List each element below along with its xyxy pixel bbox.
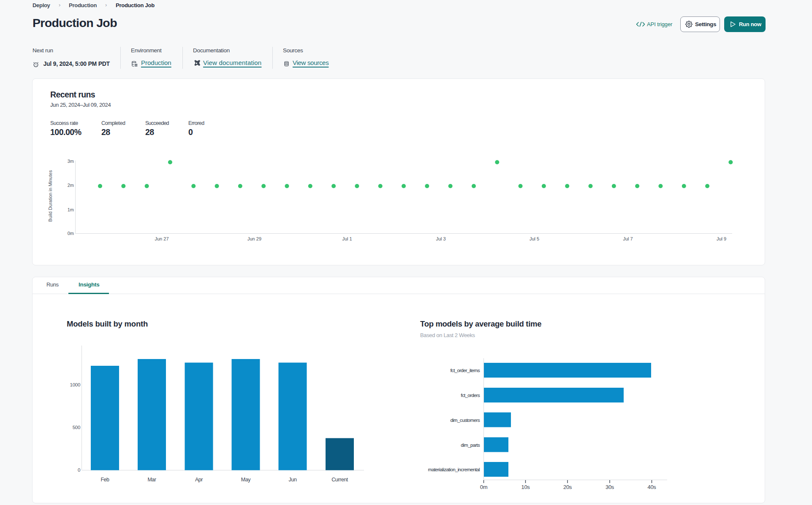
svg-text:Mar: Mar <box>147 477 156 483</box>
svg-text:0m: 0m <box>68 231 74 236</box>
svg-text:1000: 1000 <box>70 382 80 387</box>
svg-text:Jul 3: Jul 3 <box>436 236 445 241</box>
svg-text:Apr: Apr <box>195 477 203 483</box>
svg-text:Feb: Feb <box>100 477 109 483</box>
svg-text:1m: 1m <box>68 207 74 212</box>
svg-text:2m: 2m <box>68 183 74 188</box>
svg-text:Jun: Jun <box>289 477 297 483</box>
svg-text:0: 0 <box>78 467 80 473</box>
svg-text:Build Duration in Minutes: Build Duration in Minutes <box>48 170 53 222</box>
svg-text:Jul 5: Jul 5 <box>530 236 539 241</box>
svg-text:Jul 7: Jul 7 <box>623 236 633 241</box>
svg-text:40s: 40s <box>647 484 656 490</box>
svg-text:fct_order_items: fct_order_items <box>450 368 480 373</box>
svg-text:Current: Current <box>331 477 348 483</box>
svg-text:500: 500 <box>73 425 80 430</box>
svg-text:May: May <box>241 477 251 483</box>
svg-text:fct_orders: fct_orders <box>461 393 480 398</box>
svg-text:Jun 27: Jun 27 <box>155 236 168 241</box>
svg-text:Jul 9: Jul 9 <box>717 236 726 241</box>
svg-text:20s: 20s <box>563 484 572 490</box>
svg-text:dim_parts: dim_parts <box>461 443 480 448</box>
svg-text:0m: 0m <box>480 484 487 490</box>
svg-text:Jun 29: Jun 29 <box>247 236 261 241</box>
svg-text:30s: 30s <box>606 484 614 490</box>
svg-text:materialization_incremental: materialization_incremental <box>428 467 480 472</box>
svg-text:dim_customers: dim_customers <box>450 418 480 423</box>
svg-text:Jul 1: Jul 1 <box>342 236 352 241</box>
svg-text:10s: 10s <box>521 484 530 490</box>
svg-text:3m: 3m <box>68 159 74 164</box>
